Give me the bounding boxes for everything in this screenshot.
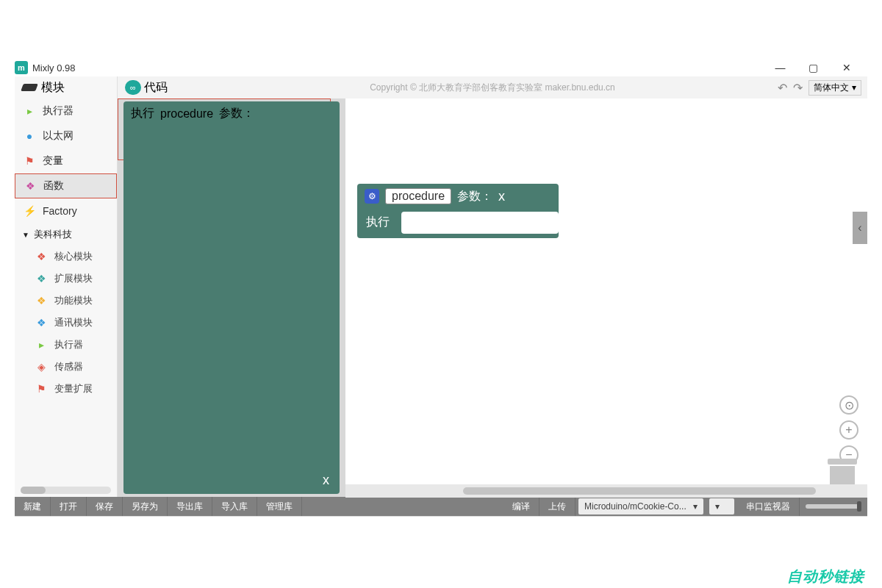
- zoom-in-button[interactable]: +: [839, 420, 858, 440]
- params-label: 参数：: [219, 106, 254, 121]
- sidebar-item-actuator[interactable]: ▸ 执行器: [15, 98, 117, 123]
- block-flyout: ⚙ procedure 执行 ⚙ procedure 执行: [118, 98, 345, 497]
- tree-toggle-icon[interactable]: ▼: [22, 231, 29, 239]
- exec-label: 执行: [366, 215, 390, 230]
- open-button[interactable]: 打开: [51, 497, 87, 516]
- bottom-toolbar: 新建 打开 保存 另存为 导出库 导入库 管理库 编译 上传 Microduin…: [15, 497, 867, 516]
- tree-item-sensor[interactable]: ◈传感器: [15, 356, 117, 378]
- sidebar-item-functions[interactable]: ❖ 函数: [15, 173, 117, 198]
- workspace-scrollbar[interactable]: [345, 484, 867, 498]
- tree-item-actuator2[interactable]: ▸执行器: [15, 334, 117, 356]
- app-icon: m: [15, 61, 28, 74]
- comm-icon: ❖: [34, 315, 49, 330]
- param-x: x: [323, 473, 329, 488]
- sidebar-header: 模块: [15, 76, 117, 98]
- compile-button[interactable]: 编译: [503, 497, 539, 516]
- board-select[interactable]: Microduino/mCookie-Co... ▾: [578, 498, 703, 514]
- factory-icon: ⚡: [22, 204, 37, 218]
- save-button[interactable]: 保存: [87, 497, 123, 516]
- zoom-slider[interactable]: [806, 504, 861, 509]
- link-icon: ∞: [125, 80, 141, 95]
- functions-icon: ❖: [23, 179, 37, 193]
- param-x: x: [498, 189, 505, 204]
- call-name: procedure: [160, 107, 213, 121]
- redo-button[interactable]: ↷: [793, 81, 803, 95]
- workspace-procedure-block[interactable]: ⚙ procedure 参数： x 执行: [357, 184, 559, 238]
- zoom-center-button[interactable]: ⊙: [839, 395, 858, 415]
- managelib-button[interactable]: 管理库: [257, 497, 302, 516]
- procedure-name-field[interactable]: procedure: [385, 188, 451, 204]
- chevron-down-icon: ▾: [715, 501, 720, 512]
- new-button[interactable]: 新建: [15, 497, 51, 516]
- watermark: 自动秒链接: [787, 567, 864, 587]
- console-output: [15, 516, 867, 573]
- upload-button[interactable]: 上传: [539, 497, 576, 516]
- ethernet-icon: ●: [22, 129, 37, 143]
- extend-icon: ❖: [34, 271, 49, 286]
- call-exec-label: 执行: [131, 106, 154, 121]
- saveas-button[interactable]: 另存为: [123, 497, 168, 516]
- sidebar-item-ethernet[interactable]: ● 以太网: [15, 123, 117, 148]
- module-icon: [21, 84, 38, 91]
- category-sidebar: 模块 ▸ 执行器 ● 以太网 ⚑ 变量 ❖ 函数 ⚡ Factory: [15, 76, 118, 497]
- block-call-procedure-highlight[interactable]: 执行 procedure 参数： x: [118, 98, 331, 160]
- top-toolbar: ∞ 代码 Copyright © 北师大教育学部创客教育实验室 maker.bn…: [118, 76, 867, 98]
- gear-icon[interactable]: ⚙: [365, 189, 379, 204]
- tree-item-core[interactable]: ❖核心模块: [15, 245, 117, 268]
- sensor-icon: ◈: [34, 359, 49, 374]
- variables-icon: ⚑: [22, 154, 37, 168]
- port-select[interactable]: ▾: [709, 498, 734, 514]
- language-select[interactable]: 简体中文 ▾: [808, 80, 861, 96]
- sidebar-item-factory[interactable]: ⚡ Factory: [15, 198, 117, 223]
- chevron-down-icon: ▾: [693, 501, 698, 512]
- serial-monitor-button[interactable]: 串口监视器: [737, 497, 800, 516]
- window-title: Mixly 0.98: [32, 62, 76, 74]
- function-mod-icon: ❖: [34, 293, 49, 308]
- title-bar: m Mixly 0.98 — ▢ ✕: [15, 59, 867, 76]
- sidebar-header-label: 模块: [41, 80, 65, 96]
- varext-icon: ⚑: [34, 381, 49, 396]
- zoom-controls: ⊙ + −: [839, 395, 858, 465]
- tree-item-extend[interactable]: ❖扩展模块: [15, 268, 117, 290]
- sidebar-item-variables[interactable]: ⚑ 变量: [15, 148, 117, 173]
- code-tab[interactable]: ∞ 代码: [118, 76, 175, 98]
- side-panel-toggle[interactable]: ‹: [853, 212, 867, 244]
- params-label: 参数：: [457, 189, 492, 204]
- copyright-text: Copyright © 北师大教育学部创客教育实验室 maker.bnu.edu…: [370, 82, 615, 94]
- chevron-down-icon: ▾: [852, 82, 856, 93]
- minimize-button[interactable]: —: [764, 59, 797, 76]
- tree-item-function[interactable]: ❖功能模块: [15, 290, 117, 312]
- actuator-icon: ▸: [22, 104, 37, 118]
- tree-item-varext[interactable]: ⚑变量扩展: [15, 378, 117, 400]
- importlib-button[interactable]: 导入库: [212, 497, 257, 516]
- close-button[interactable]: ✕: [830, 59, 863, 76]
- tree-item-comm[interactable]: ❖通讯模块: [15, 312, 117, 334]
- core-icon: ❖: [34, 249, 49, 264]
- tree-header[interactable]: ▼ 美科科技: [15, 223, 117, 245]
- exportlib-button[interactable]: 导出库: [168, 497, 212, 516]
- actuator2-icon: ▸: [34, 337, 49, 352]
- blockly-workspace[interactable]: ⚙ procedure 参数： x 执行 ⊙ + −: [345, 98, 867, 497]
- undo-button[interactable]: ↶: [778, 81, 787, 95]
- sidebar-scrollbar[interactable]: [21, 487, 111, 494]
- maximize-button[interactable]: ▢: [797, 59, 830, 76]
